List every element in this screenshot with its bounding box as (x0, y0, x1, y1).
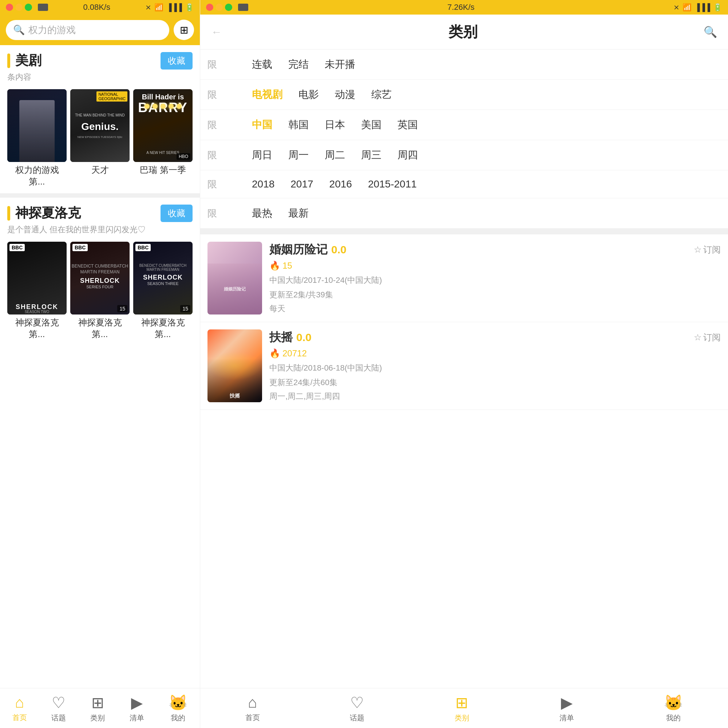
section-header-sherlock: 神探夏洛克 收藏 (0, 198, 200, 224)
option-ongoing[interactable]: 连载 (244, 55, 280, 73)
left-nav-topics[interactable]: ♡ 话题 (51, 694, 66, 723)
mine-icon: 🐱 (168, 694, 187, 712)
left-nav-mine[interactable]: 🐱 我的 (168, 694, 187, 723)
category-row-sort: 限 最热 最新 (200, 198, 728, 229)
marriage-meta: 中国大陆/2017-10-24(中国大陆) (269, 274, 721, 286)
drama-subtitle: 条内容 (0, 72, 200, 86)
sherlock3-thumbnail: BBC BENEDICT CUMBERBATCHMARTIN FREEMAN S… (133, 242, 193, 315)
sort-options: 最热 最新 (244, 204, 317, 222)
option-china[interactable]: 中国 (244, 116, 280, 134)
drama-movie-grid: 权力的游戏 第... THE MAN BEHIND THE MIND Geniu… (0, 86, 200, 193)
type-label: 限 (208, 89, 244, 101)
wifi-icon: 📶 (154, 3, 164, 12)
search-placeholder: 权力的游戏 (28, 24, 76, 37)
sort-label: 限 (208, 207, 244, 220)
type-options: 电视剧 电影 动漫 综艺 (244, 86, 400, 104)
movie-card-sherlock1[interactable]: BBC SHERLOCK SEASON TWO 神探夏洛克 第... (7, 242, 67, 340)
option-tvshow[interactable]: 电视剧 (244, 86, 291, 104)
marriage-rating: 0.0 (331, 243, 347, 256)
left-nav-category[interactable]: ⊞ 类别 (90, 694, 105, 723)
left-panel: 0.08K/s ⨯ 📶 ▐▐▐ 🔋 🔍 权力的游戏 ⊞ 美剧 收藏 条内容 (0, 0, 200, 728)
option-usa[interactable]: 美国 (353, 116, 390, 134)
right-topics-icon: ♡ (350, 694, 364, 712)
option-newest[interactable]: 最新 (280, 204, 317, 222)
right-nav-mine[interactable]: 🐱 我的 (664, 694, 683, 723)
bluetooth-icon: ⨯ (145, 3, 151, 12)
option-2017[interactable]: 2017 (283, 176, 321, 192)
right-section-divider (200, 229, 728, 234)
sherlock3-title: 神探夏洛克 第... (133, 317, 193, 340)
right-nav-category[interactable]: ⊞ 类别 (455, 694, 469, 723)
age-badge-2: 15 (117, 305, 127, 312)
option-2015-2011[interactable]: 2015-2011 (360, 176, 425, 192)
got-thumbnail (7, 89, 67, 162)
category-label: 类别 (90, 713, 105, 723)
option-2018[interactable]: 2018 (244, 176, 283, 192)
fuyao-thumbnail: 扶摇 (208, 329, 262, 402)
movie-card-genius[interactable]: THE MAN BEHIND THE MIND Genius. NEW EPIS… (70, 89, 130, 187)
sherlock-collect-button[interactable]: 收藏 (161, 205, 193, 222)
left-nav-home[interactable]: ⌂ 首页 (12, 694, 27, 723)
barry-lights (145, 104, 182, 109)
fuyao-rating: 0.0 (296, 331, 312, 344)
marriage-subscribe[interactable]: ☆ 订阅 (694, 244, 721, 255)
right-nav-home[interactable]: ⌂ 首页 (245, 694, 260, 723)
option-tuesday[interactable]: 周二 (317, 146, 353, 164)
option-hottest[interactable]: 最热 (244, 204, 280, 222)
option-upcoming[interactable]: 未开播 (317, 55, 363, 73)
movie-card-got[interactable]: 权力的游戏 第... (7, 89, 67, 187)
sherlock-title-group: 神探夏洛克 (7, 204, 81, 222)
battery-icon: 🔋 (185, 3, 194, 12)
barry-title: 巴瑞 第一季 (133, 164, 193, 176)
movie-card-barry[interactable]: Bill Hader is BARRY A NEW HIT SERIES HBO… (133, 89, 193, 187)
left-network-speed: 0.08K/s (83, 3, 110, 12)
search-bar: 🔍 权力的游戏 ⊞ (0, 15, 200, 45)
right-battery-icon: 🔋 (713, 3, 722, 12)
scan-button[interactable]: ⊞ (174, 20, 194, 40)
option-movie[interactable]: 电影 (291, 86, 327, 104)
playlist-label: 清单 (130, 713, 144, 723)
option-finished[interactable]: 完结 (280, 55, 317, 73)
option-wednesday[interactable]: 周三 (353, 146, 390, 164)
got-title: 权力的游戏 第... (7, 164, 67, 187)
scan-icon: ⊞ (180, 24, 188, 36)
movie-card-sherlock3[interactable]: BBC BENEDICT CUMBERBATCHMARTIN FREEMAN S… (133, 242, 193, 340)
right-category-icon: ⊞ (455, 694, 468, 712)
option-thursday[interactable]: 周四 (390, 146, 426, 164)
option-korea[interactable]: 韩国 (280, 116, 317, 134)
genius-thumbnail: THE MAN BEHIND THE MIND Genius. NEW EPIS… (70, 89, 130, 162)
option-2016[interactable]: 2016 (321, 176, 360, 192)
fuyao-schedule: 周一,周二,周三,周四 (269, 391, 721, 402)
search-icon: 🔍 (13, 24, 25, 36)
right-status-icons: ⨯ 📶 ▐▐▐ 🔋 (673, 3, 722, 12)
weekday-options: 周日 周一 周二 周三 周四 (244, 146, 426, 164)
signal-icon: ▐▐▐ (166, 3, 182, 12)
barry-thumbnail: Bill Hader is BARRY A NEW HIT SERIES HBO (133, 89, 193, 162)
sherlock-subtitle: 是个普通人 但在我的世界里闪闪发光♡ (0, 224, 200, 238)
drama-collect-button[interactable]: 收藏 (161, 52, 193, 70)
show-item-fuyao[interactable]: 扶摇 扶摇 0.0 ☆ 订阅 🔥 (200, 322, 728, 410)
right-mine-icon: 🐱 (664, 694, 683, 712)
option-monday[interactable]: 周一 (280, 146, 317, 164)
option-anime[interactable]: 动漫 (327, 86, 363, 104)
right-signal-icon: ▐▐▐ (694, 3, 710, 12)
region-label: 限 (208, 119, 244, 132)
right-panel: 7.26K/s ⨯ 📶 ▐▐▐ 🔋 ← 类别 🔍 限 连载 完结 未开播 限 (200, 0, 728, 728)
bbc-badge-3: BBC (135, 244, 151, 251)
option-sunday[interactable]: 周日 (244, 146, 280, 164)
option-japan[interactable]: 日本 (317, 116, 353, 134)
status-options: 连载 完结 未开播 (244, 55, 363, 73)
search-field[interactable]: 🔍 权力的游戏 (6, 20, 169, 40)
home-icon: ⌂ (15, 694, 24, 711)
option-uk[interactable]: 英国 (390, 116, 426, 134)
left-nav-playlist[interactable]: ▶ 清单 (130, 694, 144, 723)
sherlock-section: 神探夏洛克 收藏 是个普通人 但在我的世界里闪闪发光♡ BBC SHERLOCK… (0, 198, 200, 346)
option-variety[interactable]: 综艺 (363, 86, 400, 104)
right-home-icon: ⌂ (248, 694, 257, 711)
movie-card-sherlock2[interactable]: BBC BENEDICT CUMBERBATCHMARTIN FREEMAN S… (70, 242, 130, 340)
fuyao-subscribe[interactable]: ☆ 订阅 (694, 332, 721, 343)
right-nav-playlist[interactable]: ▶ 清单 (560, 694, 574, 723)
right-nav-topics[interactable]: ♡ 话题 (350, 694, 364, 723)
show-item-marriage[interactable]: 婚姻历险记 婚姻历险记 0.0 ☆ 订阅 🔥 15 (200, 234, 728, 322)
american-drama-section: 美剧 收藏 条内容 权力的游戏 第... (0, 45, 200, 193)
